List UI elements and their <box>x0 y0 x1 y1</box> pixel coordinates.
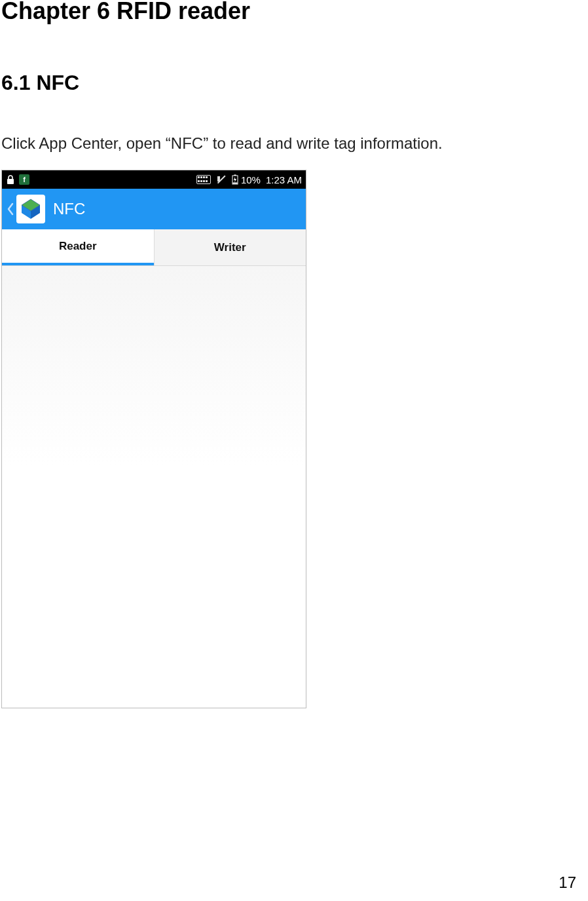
page-number: 17 <box>559 873 576 892</box>
chapter-title: Chapter 6 RFID reader <box>0 0 588 25</box>
mute-icon <box>216 174 227 185</box>
nfc-app-icon <box>16 195 45 223</box>
battery-charging-icon <box>232 174 238 185</box>
svg-marker-4 <box>234 177 236 183</box>
tab-bar: Reader Writer <box>2 229 306 266</box>
back-button[interactable] <box>6 189 15 229</box>
android-statusbar: f 10% 1:23 AM <box>2 170 306 189</box>
app-header: NFC <box>2 189 306 229</box>
tab-reader[interactable]: Reader <box>2 229 154 265</box>
section-title: 6.1 NFC <box>0 71 588 95</box>
f-badge-icon: f <box>19 174 29 185</box>
battery-percent: 10% <box>241 174 261 185</box>
tab-reader-label: Reader <box>59 240 97 253</box>
keyboard-icon <box>196 175 211 184</box>
svg-rect-2 <box>234 175 236 176</box>
reader-content-area <box>2 266 306 708</box>
nfc-app-screenshot: f 10% 1:23 AM <box>1 170 306 708</box>
statusbar-time: 1:23 AM <box>266 174 302 185</box>
svg-rect-0 <box>7 179 14 184</box>
tab-writer-label: Writer <box>214 241 246 254</box>
body-text: Click App Center, open “NFC” to read and… <box>0 134 588 153</box>
tab-writer[interactable]: Writer <box>155 229 306 265</box>
lock-icon <box>6 174 15 185</box>
app-title: NFC <box>53 200 85 218</box>
svg-rect-3 <box>232 183 237 184</box>
